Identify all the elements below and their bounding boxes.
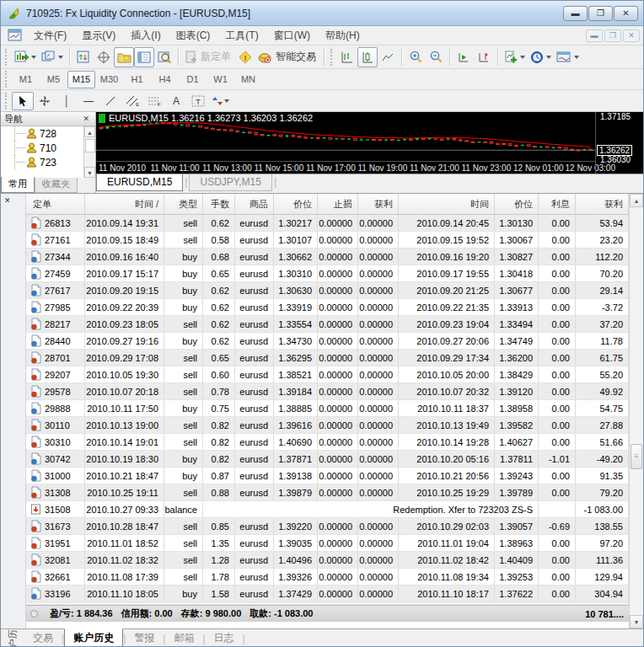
chart-plot[interactable]: EURUSD,M15 1.36216 1.36273 1.36203 1.362…: [96, 112, 595, 174]
terminal-scrollbar[interactable]: ▲ ≡ ▼: [629, 194, 643, 628]
history-row-32661[interactable]: 326612010.11.08 17:39sell1.78eurusd1.393…: [26, 569, 629, 586]
column-header-1[interactable]: 时间 /: [85, 194, 164, 214]
new-order-button[interactable]: 新定单: [182, 47, 235, 67]
terminal-button[interactable]: [134, 47, 154, 67]
fibonacci-tool-button[interactable]: F: [143, 92, 165, 110]
timeframe-m15[interactable]: M15: [67, 71, 95, 88]
chart-tab-USDJPYM15[interactable]: USDJPY,M15: [189, 174, 271, 191]
arrows-tool-button[interactable]: [209, 92, 231, 110]
vertical-line-tool-button[interactable]: │: [56, 92, 78, 110]
terminal-tab-4[interactable]: 日志: [206, 629, 243, 647]
terminal-close-icon[interactable]: ✕: [1, 194, 11, 205]
periods-button[interactable]: [528, 47, 554, 67]
timeframe-m1[interactable]: M1: [12, 71, 40, 88]
toolbar-grip[interactable]: [5, 71, 9, 88]
indicators-button[interactable]: [502, 47, 528, 67]
history-row-31951[interactable]: 319512010.11.01 18:52sell1.35eurusd1.390…: [26, 535, 629, 552]
history-row-30310[interactable]: 303102010.10.14 19:01sell0.82eurusd1.406…: [26, 434, 629, 451]
zoom-out-button[interactable]: [426, 47, 446, 67]
trendline-tool-button[interactable]: [99, 92, 121, 110]
bar-chart-button[interactable]: [337, 47, 357, 67]
scroll-down-icon[interactable]: ▼: [84, 167, 95, 178]
column-header-11[interactable]: 获利: [576, 194, 629, 214]
terminal-tab-0[interactable]: 交易: [24, 629, 62, 647]
text-tool-button[interactable]: A: [165, 92, 187, 110]
column-header-5[interactable]: 价位: [274, 194, 318, 214]
candlestick-button[interactable]: [357, 47, 378, 67]
history-row-30110[interactable]: 301102010.10.13 19:00sell0.82eurusd1.396…: [26, 417, 629, 434]
price-chart[interactable]: EURUSD,M15 1.36216 1.36273 1.36203 1.362…: [96, 112, 643, 174]
toolbar-grip[interactable]: [5, 93, 9, 110]
column-header-0[interactable]: 定单: [26, 194, 85, 214]
line-chart-button[interactable]: [378, 47, 398, 67]
history-row-29207[interactable]: 292072010.10.05 19:30sell0.60eurusd1.385…: [26, 366, 629, 383]
history-row-32081[interactable]: 320812010.11.02 18:32sell1.28eurusd1.404…: [26, 552, 629, 569]
terminal-tab-3[interactable]: 邮箱: [165, 629, 202, 647]
timeframe-mn[interactable]: MN: [234, 71, 262, 88]
column-header-9[interactable]: 价位: [495, 194, 539, 214]
navigator-account-728[interactable]: 728: [8, 126, 83, 141]
market-watch-button[interactable]: [73, 47, 94, 67]
history-row-28440[interactable]: 284402010.09.27 19:16buy0.62eurusd1.3473…: [26, 333, 629, 350]
chart-shift-button[interactable]: [474, 47, 494, 67]
menu-item-1[interactable]: 显示(V): [74, 28, 123, 43]
menu-item-5[interactable]: 窗口(W): [266, 28, 318, 43]
new-chart-button[interactable]: [12, 47, 39, 67]
navigator-account-723[interactable]: 723: [8, 155, 83, 169]
history-row-27459[interactable]: 274592010.09.17 15:17buy0.65eurusd1.3031…: [26, 265, 629, 282]
history-row-28217[interactable]: 282172010.09.23 18:05sell0.62eurusd1.335…: [26, 316, 629, 333]
column-header-4[interactable]: 商品: [235, 194, 274, 214]
navigator-close-icon[interactable]: ✕: [80, 115, 92, 123]
text-label-tool-button[interactable]: T: [187, 92, 209, 110]
minimize-button[interactable]: ▬: [563, 6, 588, 21]
column-header-7[interactable]: 获利: [358, 194, 399, 214]
menu-item-3[interactable]: 图表(C): [169, 28, 218, 43]
cursor-tool-button[interactable]: [12, 92, 34, 110]
scroll-down-icon[interactable]: ▼: [630, 615, 643, 628]
menu-item-0[interactable]: 文件(F): [26, 28, 74, 43]
scroll-up-icon[interactable]: ▲: [84, 126, 95, 137]
chart-tab-EURUSDM15[interactable]: EURUSD,M15: [96, 174, 183, 191]
close-button[interactable]: ✕: [614, 6, 638, 21]
timeframe-m5[interactable]: M5: [40, 71, 67, 88]
chart-price-scale[interactable]: 1.371851.362621.36030: [595, 112, 643, 174]
scrollbar-thumb[interactable]: ≡: [631, 444, 642, 469]
scroll-up-icon[interactable]: ▲: [630, 194, 643, 207]
scrollbar-track[interactable]: ≡: [630, 207, 643, 615]
timeframe-h4[interactable]: H4: [151, 71, 179, 88]
timeframe-h1[interactable]: H1: [123, 71, 151, 88]
history-row-31673[interactable]: 316732010.10.28 18:47sell0.85eurusd1.392…: [26, 518, 629, 535]
auto-scroll-button[interactable]: [453, 47, 474, 67]
history-row-27344[interactable]: 273442010.09.16 16:40buy0.68eurusd1.3066…: [26, 249, 629, 265]
history-row-28701[interactable]: 287012010.09.29 17:08sell0.65eurusd1.362…: [26, 350, 629, 366]
timeframe-d1[interactable]: D1: [179, 71, 207, 88]
strategy-tester-button[interactable]: [154, 47, 174, 67]
menu-item-6[interactable]: 帮助(H): [318, 28, 368, 43]
expert-advisors-button[interactable]: 智能交易: [255, 47, 320, 67]
child-minimize-button[interactable]: ▬: [586, 29, 603, 42]
horizontal-line-tool-button[interactable]: —: [78, 92, 99, 110]
navigator-button[interactable]: [114, 47, 134, 67]
data-window-button[interactable]: [94, 47, 114, 67]
zoom-in-button[interactable]: [405, 47, 426, 67]
history-row-27617[interactable]: 276172010.09.20 19:15buy0.62eurusd1.3063…: [26, 282, 629, 299]
terminal-tab-1[interactable]: 账户历史: [64, 628, 123, 647]
templates-button[interactable]: [554, 47, 582, 67]
history-row-31000[interactable]: 310002010.10.21 18:47buy0.87eurusd1.3913…: [26, 468, 629, 484]
navigator-tab-收藏夹[interactable]: 收藏夹: [35, 177, 78, 193]
timeframe-m30[interactable]: M30: [95, 71, 123, 88]
history-row-30742[interactable]: 307422010.10.19 18:30buy0.82eurusd1.3787…: [26, 451, 629, 468]
navigator-scrollbar[interactable]: ▲ ▼: [83, 126, 95, 178]
metaeditor-button[interactable]: !: [235, 47, 255, 67]
scrollbar-thumb[interactable]: [85, 139, 95, 152]
column-header-3[interactable]: 手数: [203, 194, 235, 214]
toolbar-grip[interactable]: [330, 49, 335, 66]
history-row-29888[interactable]: 298882010.10.11 17:50buy0.75eurusd1.3888…: [26, 400, 629, 417]
toolbar-grip[interactable]: [5, 49, 9, 66]
history-row-26813[interactable]: 268132010.09.14 19:31sell0.62eurusd1.302…: [26, 215, 629, 232]
maximize-button[interactable]: ❐: [588, 6, 613, 21]
terminal-tab-2[interactable]: 警报: [126, 629, 163, 647]
history-row-33196[interactable]: 331962010.11.10 18:05buy1.58eurusd1.3742…: [26, 586, 629, 602]
timeframe-w1[interactable]: W1: [207, 71, 234, 88]
profiles-button[interactable]: [39, 47, 66, 67]
